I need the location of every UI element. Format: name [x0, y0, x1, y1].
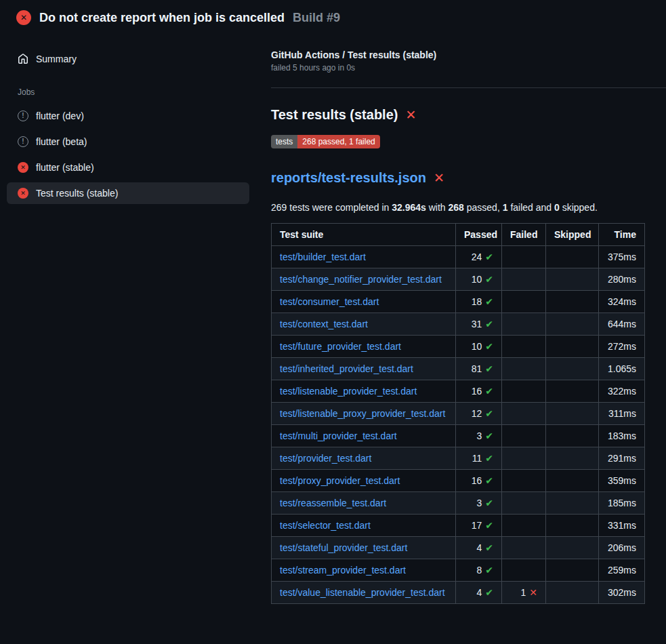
table-row: test/context_test.dart31✔644ms	[272, 313, 645, 336]
test-suite-link[interactable]: test/multi_provider_test.dart	[280, 430, 397, 441]
skipped-cell	[546, 313, 599, 336]
check-icon: ✔	[485, 319, 493, 329]
suite-cell: test/provider_test.dart	[272, 447, 456, 470]
check-icon: ✔	[485, 565, 493, 576]
alert-circle-icon: !	[18, 136, 28, 147]
run-meta: failed 5 hours ago in 0s	[271, 63, 666, 73]
time-cell: 302ms	[599, 582, 645, 604]
suite-cell: test/change_notifier_provider_test.dart	[272, 268, 456, 291]
suite-cell: test/listenable_proxy_provider_test.dart	[272, 403, 456, 425]
skipped-cell	[546, 492, 599, 515]
passed-count: 4	[476, 587, 482, 598]
time-cell: 322ms	[599, 380, 645, 403]
passed-count: 31	[472, 319, 482, 329]
passed-cell: 8✔	[456, 559, 502, 582]
time-cell: 1.065s	[599, 358, 645, 380]
passed-count: 16	[472, 386, 482, 397]
check-icon: ✔	[485, 386, 493, 397]
table-row: test/reassemble_test.dart3✔185ms	[272, 492, 645, 515]
skipped-cell	[546, 246, 599, 268]
suite-cell: test/proxy_provider_test.dart	[272, 470, 456, 492]
test-suite-link[interactable]: test/proxy_provider_test.dart	[280, 475, 400, 486]
failed-count: 1	[520, 587, 526, 598]
table-row: test/multi_provider_test.dart3✔183ms	[272, 425, 645, 447]
passed-count: 16	[472, 475, 482, 486]
check-icon: ✔	[485, 341, 493, 352]
test-suite-link[interactable]: test/provider_test.dart	[280, 453, 371, 464]
passed-cell: 81✔	[456, 358, 502, 380]
summary-text: passed,	[464, 202, 503, 213]
table-row: test/future_provider_test.dart10✔272ms	[272, 336, 645, 358]
results-table: Test suitePassedFailedSkippedTime test/b…	[271, 223, 645, 604]
test-suite-link[interactable]: test/future_provider_test.dart	[280, 341, 401, 352]
passed-count: 8	[476, 565, 482, 576]
passed-cell: 10✔	[456, 336, 502, 358]
table-row: test/proxy_provider_test.dart16✔359ms	[272, 470, 645, 492]
time-cell: 324ms	[599, 291, 645, 313]
x-circle-fill-icon: ✕	[18, 188, 28, 199]
time-cell: 644ms	[599, 313, 645, 336]
suite-cell: test/builder_test.dart	[272, 246, 456, 268]
skipped-cell	[546, 425, 599, 447]
sidebar-item-test-results-stable[interactable]: ✕Test results (stable)	[7, 182, 249, 204]
passed-cell: 3✔	[456, 492, 502, 515]
table-row: test/stream_provider_test.dart8✔259ms	[272, 559, 645, 582]
column-header-skipped: Skipped	[546, 224, 599, 246]
time-cell: 185ms	[599, 492, 645, 515]
test-suite-link[interactable]: test/inherited_provider_test.dart	[280, 363, 413, 374]
check-icon: ✔	[485, 363, 493, 374]
passed-count: 24	[472, 251, 482, 262]
skipped-cell	[546, 380, 599, 403]
failed-x-icon: ✕	[405, 108, 416, 121]
test-suite-link[interactable]: test/listenable_proxy_provider_test.dart	[280, 408, 445, 419]
test-suite-link[interactable]: test/reassemble_test.dart	[280, 498, 386, 508]
sidebar-item-flutter-stable[interactable]: ✕flutter (stable)	[7, 157, 249, 178]
tests-status-badge: tests 268 passed, 1 failed	[271, 135, 380, 148]
test-suite-link[interactable]: test/stream_provider_test.dart	[280, 565, 406, 576]
test-suite-link[interactable]: test/value_listenable_provider_test.dart	[280, 587, 445, 598]
column-header-time: Time	[599, 224, 645, 246]
page-layout: Summary Jobs !flutter (dev)!flutter (bet…	[0, 33, 666, 604]
test-suite-link[interactable]: test/consumer_test.dart	[280, 296, 379, 307]
test-suite-link[interactable]: test/selector_test.dart	[280, 520, 371, 531]
sidebar-item-flutter-beta[interactable]: !flutter (beta)	[7, 131, 249, 153]
column-header-passed: Passed	[456, 224, 502, 246]
failed-cell	[502, 447, 546, 470]
failed-cell	[502, 336, 546, 358]
column-header-failed: Failed	[502, 224, 546, 246]
failed-cell	[502, 291, 546, 313]
x-icon: ✕	[529, 587, 537, 598]
passed-count: 4	[476, 542, 482, 553]
table-row: test/provider_test.dart11✔291ms	[272, 447, 645, 470]
suite-cell: test/selector_test.dart	[272, 515, 456, 537]
test-suite-link[interactable]: test/change_notifier_provider_test.dart	[280, 274, 442, 285]
skipped-cell	[546, 336, 599, 358]
sidebar-item-flutter-dev[interactable]: !flutter (dev)	[7, 105, 249, 127]
test-suite-link[interactable]: test/listenable_provider_test.dart	[280, 386, 417, 397]
suite-cell: test/future_provider_test.dart	[272, 336, 456, 358]
check-icon: ✔	[485, 296, 493, 307]
failed-cell	[502, 313, 546, 336]
passed-cell: 12✔	[456, 403, 502, 425]
report-file-link[interactable]: reports/test-results.json	[271, 170, 426, 186]
passed-count: 81	[472, 363, 482, 374]
failed-cell	[502, 470, 546, 492]
home-icon	[18, 54, 28, 64]
report-title: reports/test-results.json ✕	[271, 170, 666, 186]
sidebar-item-summary[interactable]: Summary	[7, 48, 249, 70]
build-number: Build #9	[293, 11, 340, 25]
failed-cell	[502, 403, 546, 425]
alert-circle-icon: !	[18, 110, 28, 121]
check-icon: ✔	[485, 520, 493, 531]
test-suite-link[interactable]: test/context_test.dart	[280, 319, 368, 329]
test-suite-link[interactable]: test/stateful_provider_test.dart	[280, 542, 407, 553]
passed-cell: 10✔	[456, 268, 502, 291]
failed-cell: 1✕	[502, 582, 546, 604]
passed-count: 3	[476, 430, 482, 441]
summary-text: 269 tests were completed in	[271, 202, 392, 213]
test-table-head-row: Test suitePassedFailedSkippedTime	[272, 224, 645, 246]
test-suite-link[interactable]: test/builder_test.dart	[280, 251, 366, 262]
check-icon: ✔	[485, 475, 493, 486]
suite-cell: test/reassemble_test.dart	[272, 492, 456, 515]
time-cell: 291ms	[599, 447, 645, 470]
